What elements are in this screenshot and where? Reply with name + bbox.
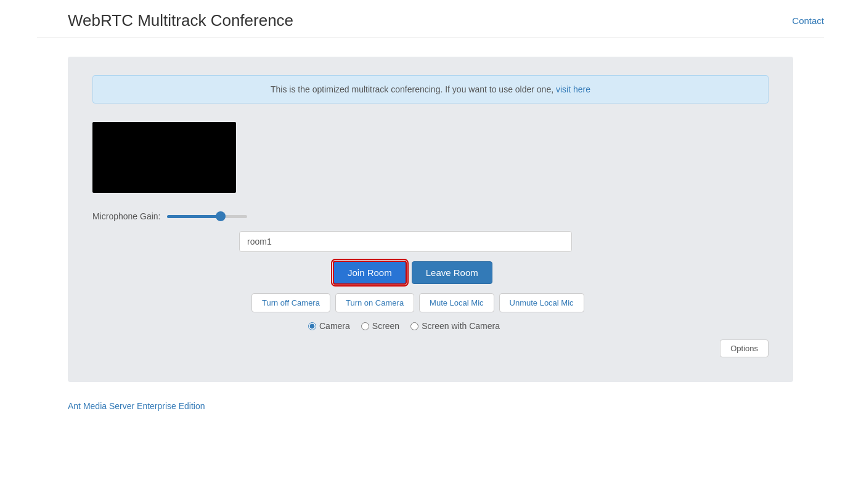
mic-gain-slider[interactable] (167, 215, 247, 218)
room-input[interactable] (239, 231, 572, 252)
radio-camera-label[interactable]: Camera (308, 321, 350, 331)
unmute-local-mic-button[interactable]: Unmute Local Mic (499, 293, 584, 312)
radio-screen-with-camera[interactable] (410, 322, 418, 330)
camera-mic-row: Turn off Camera Turn on Camera Mute Loca… (251, 293, 769, 312)
join-room-button[interactable]: Join Room (333, 261, 407, 285)
banner-link[interactable]: visit here (556, 84, 590, 94)
turn-on-camera-button[interactable]: Turn on Camera (335, 293, 414, 312)
header-divider (37, 38, 824, 38)
footer-link[interactable]: Ant Media Server Enterprise Edition (68, 401, 205, 411)
radio-screen-with-camera-text: Screen with Camera (422, 321, 500, 331)
options-button[interactable]: Options (720, 339, 769, 357)
info-banner: This is the optimized multitrack confere… (92, 75, 769, 104)
room-input-row (239, 231, 769, 252)
mic-gain-label: Microphone Gain: (92, 211, 161, 221)
turn-off-camera-button[interactable]: Turn off Camera (251, 293, 330, 312)
footer: Ant Media Server Enterprise Edition (68, 400, 793, 412)
video-preview (92, 122, 236, 193)
radio-camera-text: Camera (319, 321, 350, 331)
radio-screen-with-camera-label[interactable]: Screen with Camera (410, 321, 500, 331)
page-title: WebRTC Multitrack Conference (68, 11, 293, 30)
options-row: Options (92, 339, 769, 357)
radio-camera[interactable] (308, 322, 316, 330)
radio-screen-text: Screen (372, 321, 399, 331)
main-container: This is the optimized multitrack confere… (68, 57, 793, 382)
header: WebRTC Multitrack Conference Contact (0, 0, 861, 38)
radio-screen-label[interactable]: Screen (361, 321, 399, 331)
banner-text: This is the optimized multitrack confere… (271, 84, 553, 94)
leave-room-button[interactable]: Leave Room (412, 261, 492, 284)
join-leave-row: Join Room Leave Room (333, 261, 769, 285)
mute-local-mic-button[interactable]: Mute Local Mic (419, 293, 494, 312)
radio-screen[interactable] (361, 322, 369, 330)
mic-gain-section: Microphone Gain: (92, 211, 769, 221)
contact-link[interactable]: Contact (792, 15, 824, 26)
radio-options-row: Camera Screen Screen with Camera (308, 321, 769, 331)
